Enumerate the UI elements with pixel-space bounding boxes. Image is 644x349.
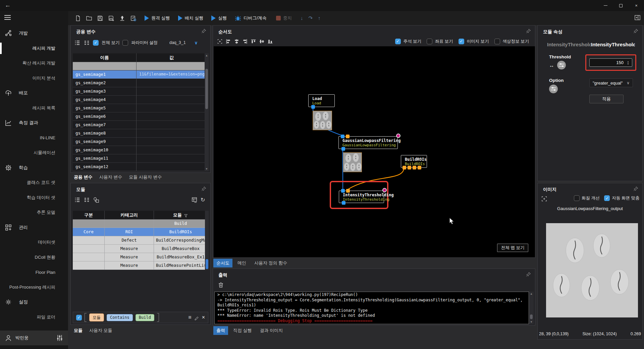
expand-panel-icon[interactable] bbox=[634, 14, 641, 21]
variable-value-cell[interactable]: 11&filename=1&extension=png bbox=[137, 70, 207, 79]
save-as-icon[interactable] bbox=[108, 15, 114, 21]
result-image-preview[interactable] bbox=[546, 223, 638, 317]
variable-value-cell[interactable] bbox=[137, 138, 207, 146]
table-row[interactable]: DefectBuildCorrespondingMa… bbox=[73, 236, 208, 245]
view-option-checkbox[interactable]: ✓ bbox=[395, 39, 401, 44]
autofit-checkbox[interactable]: ✓ bbox=[604, 195, 610, 201]
list-view-icon[interactable] bbox=[74, 40, 80, 46]
pin-icon[interactable] bbox=[633, 186, 638, 191]
variable-name-cell[interactable]: gs_semimage12 bbox=[73, 163, 137, 171]
full-map-button[interactable]: 전체 맵 보기 bbox=[497, 244, 528, 252]
output-port-magenta[interactable] bbox=[396, 134, 400, 138]
sidebar-item-이미지 분석[interactable]: 이미지 분석 bbox=[0, 71, 68, 86]
show-all-checkbox[interactable]: ✓ bbox=[93, 40, 99, 46]
close-button[interactable]: × bbox=[629, 0, 644, 11]
list-view-icon[interactable] bbox=[74, 197, 80, 203]
group-view-icon[interactable] bbox=[93, 197, 99, 203]
fit-selection-icon[interactable] bbox=[217, 39, 223, 44]
load-output-thumbnail[interactable] bbox=[313, 111, 332, 130]
sidebar-item-설정[interactable]: 설정 bbox=[0, 295, 68, 310]
save-icon[interactable] bbox=[97, 15, 103, 21]
scroll-up-icon[interactable]: ▲ bbox=[530, 292, 533, 295]
module-cell[interactable] bbox=[105, 219, 154, 228]
step-out-icon[interactable]: ↑ bbox=[318, 15, 321, 21]
variable-name-cell[interactable] bbox=[73, 62, 137, 70]
scroll-up-icon[interactable]: ▲ bbox=[205, 54, 208, 57]
variable-value-cell[interactable] bbox=[137, 62, 207, 70]
variable-value-cell[interactable] bbox=[137, 96, 207, 104]
variable-name-cell[interactable]: gs_semimage1 bbox=[73, 70, 137, 79]
column-header-module[interactable]: 모듈 bbox=[154, 211, 208, 219]
sidebar-item-파일 로더[interactable]: 파일 로더 bbox=[0, 310, 68, 325]
module-cell[interactable]: Measure bbox=[105, 245, 154, 253]
minimize-button[interactable] bbox=[598, 0, 613, 11]
node-build-rois[interactable]: BuildROIs BuildROIs bbox=[401, 155, 427, 168]
tab-modules[interactable]: 모듈 bbox=[73, 326, 83, 335]
clear-output-trash-icon[interactable] bbox=[218, 282, 224, 288]
link-parameter-icon[interactable]: ↔ bbox=[549, 62, 554, 68]
pin-icon[interactable] bbox=[201, 186, 206, 191]
flowchart-canvas[interactable]: Load Load GaussianLowpassFiltering Gauss… bbox=[214, 46, 535, 257]
output-port[interactable] bbox=[418, 166, 421, 169]
pin-icon[interactable] bbox=[201, 29, 206, 34]
module-cell[interactable] bbox=[73, 253, 105, 261]
output-port[interactable] bbox=[311, 105, 315, 109]
variable-name-cell[interactable]: gs_semimage8 bbox=[73, 129, 137, 138]
table-row[interactable]: gs_semimage111&filename=1&extension=png bbox=[73, 70, 207, 79]
gaussian-output-thumbnail[interactable] bbox=[343, 152, 362, 172]
align-left-icon[interactable] bbox=[225, 39, 231, 44]
variables-scrollbar[interactable]: ▲ ▼ bbox=[205, 53, 209, 171]
variable-name-cell[interactable]: gs_semimage5 bbox=[73, 104, 137, 112]
variable-value-cell[interactable] bbox=[137, 146, 207, 154]
table-row[interactable]: gs_semimage10 bbox=[73, 146, 207, 154]
module-cell[interactable]: Measure bbox=[105, 261, 154, 270]
table-row[interactable]: gs_semimage2 bbox=[73, 79, 207, 87]
output-console[interactable]: > c:\mirero\daq\workspace\2\944\working.… bbox=[214, 292, 529, 324]
node-load[interactable]: Load Load bbox=[308, 94, 335, 107]
back-icon[interactable]: ← bbox=[5, 2, 11, 9]
module-cell[interactable] bbox=[73, 245, 105, 253]
column-header-group[interactable]: 구분 bbox=[73, 211, 105, 219]
console-scrollbar[interactable]: ▲ ▼ bbox=[529, 292, 534, 324]
table-row[interactable]: CoreROIBuildROIs bbox=[73, 228, 208, 236]
align-center-icon[interactable] bbox=[234, 39, 239, 44]
table-row[interactable] bbox=[73, 62, 207, 70]
tab-module-user-variables[interactable]: 모듈 사용자 변수 bbox=[128, 173, 162, 182]
module-cell[interactable]: Build bbox=[154, 219, 208, 228]
maximize-button[interactable] bbox=[613, 0, 629, 11]
variable-name-cell[interactable]: gs_semimage2 bbox=[73, 79, 137, 87]
variable-name-cell[interactable]: gs_semimage10 bbox=[73, 146, 137, 154]
batch-run-button[interactable]: 배치 실행 bbox=[178, 15, 204, 21]
grid-view-icon[interactable] bbox=[84, 197, 90, 203]
tab-common-variables[interactable]: 공용 변수 bbox=[73, 173, 93, 182]
tab-user-functions[interactable]: 사용자 정의 함수 bbox=[251, 259, 290, 267]
tab-user-modules[interactable]: 사용자 모듈 bbox=[89, 326, 113, 335]
sidebar-item-Floor Plan[interactable]: Floor Plan bbox=[0, 265, 68, 280]
run-button[interactable]: 실행 bbox=[211, 15, 227, 21]
fit-image-icon[interactable] bbox=[541, 196, 547, 202]
module-cell[interactable]: BuildROIs bbox=[154, 228, 208, 236]
sidebar-item-측정 결과[interactable]: 측정 결과 bbox=[0, 115, 68, 131]
spinner-icons[interactable]: ▲▼ bbox=[627, 60, 629, 65]
tab-immediate[interactable]: 직접 실행 bbox=[230, 326, 255, 335]
tune-slider-icon[interactable] bbox=[557, 61, 566, 69]
pin-icon[interactable] bbox=[526, 272, 531, 277]
filter-menu-icon[interactable]: ≡ bbox=[188, 314, 191, 320]
debug-continue-button[interactable]: 디버그/계속 bbox=[235, 15, 267, 21]
sidebar-item-추론 모델[interactable]: 추론 모델 bbox=[0, 205, 68, 220]
module-cell[interactable]: Defect bbox=[105, 236, 154, 245]
module-cell[interactable]: Core bbox=[73, 228, 105, 236]
run-config-icon[interactable] bbox=[130, 15, 137, 21]
edit-pencil-icon[interactable] bbox=[194, 315, 199, 320]
table-row[interactable]: MeasureBuildMeasureBox_Ex1 bbox=[73, 253, 208, 261]
view-option-checkbox[interactable] bbox=[494, 39, 500, 44]
hamburger-menu-icon[interactable] bbox=[4, 15, 11, 20]
module-cell[interactable]: BuildMeasurePointList bbox=[154, 261, 208, 270]
remote-run-button[interactable]: 원격 실행 bbox=[145, 15, 170, 21]
table-row[interactable]: gs_semimage12 bbox=[73, 163, 207, 171]
module-cell[interactable] bbox=[73, 236, 105, 245]
tab-flowchart[interactable]: 순서도 bbox=[213, 259, 232, 267]
tab-output[interactable]: 출력 bbox=[213, 326, 228, 335]
table-row[interactable]: MeasureBuildMeasurePointList bbox=[73, 261, 208, 270]
module-cell[interactable] bbox=[73, 261, 105, 270]
